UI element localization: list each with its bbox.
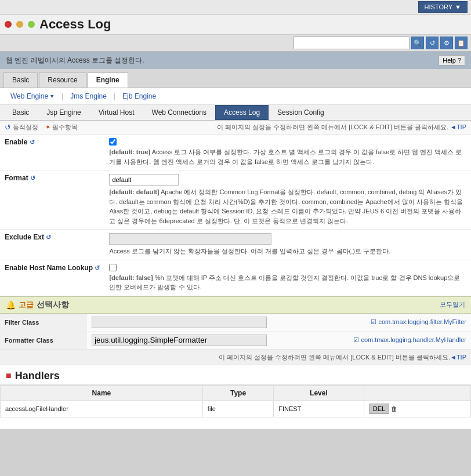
col-level: Level <box>274 386 364 400</box>
label-hostnalookup: Enable Host Name Lookup ↺ <box>0 260 104 296</box>
engine-tab-ejb[interactable]: Ejb Engine <box>117 90 162 102</box>
subtab-basic[interactable]: Basic <box>3 105 38 120</box>
circle-orange-icon <box>16 21 23 28</box>
adv-link-formatterclass: ☑ com.tmax.logging.handler.MyHandler <box>271 331 471 349</box>
desc-bar: 웹 엔진 레벨에서의 Access 로그를 설정한다. Help ? <box>0 52 471 69</box>
refresh-button[interactable]: ↺ <box>426 37 439 49</box>
engine-tab-ejb-label: Ejb Engine <box>122 92 156 100</box>
top-bar: HISTORY ▼ <box>0 0 471 14</box>
subtab-accesslog[interactable]: Access Log <box>215 105 269 120</box>
value-enable: [default: true] Access 로그 사용 여부를 설정한다. 가… <box>104 135 471 170</box>
adv-icon: 🔔 <box>6 300 16 310</box>
subtab-jsp[interactable]: Jsp Engine <box>38 105 89 120</box>
history-label: HISTORY <box>425 3 453 10</box>
content-area: Enable ↺ [default: true] Access 로그 사용 여부… <box>0 135 471 350</box>
label-format: Format ↺ <box>0 170 104 230</box>
handlers-table-header: Name Type Level <box>1 386 471 400</box>
main-tabs: Basic Resource Engine <box>0 69 471 88</box>
handlers-table: Name Type Level accessLogFileHandler fil… <box>0 386 471 417</box>
value-format: [default: default] Apache 에서 정의한 Common … <box>104 170 471 230</box>
col-name: Name <box>1 386 203 400</box>
adv-input-filterclass <box>87 314 271 332</box>
excludeext-input[interactable] <box>109 233 271 245</box>
adv-label-filterclass: Filter Class <box>0 314 87 332</box>
subtab-webconnections[interactable]: Web Connections <box>143 105 216 120</box>
handlers-header: ■ Handlers <box>0 365 471 386</box>
hostname-checkbox[interactable] <box>109 264 117 271</box>
web-engine-arrow-icon: ▼ <box>49 93 55 99</box>
required-label: ✦ 필수항목 <box>45 123 78 132</box>
label-excludeext: Exclude Ext ↺ <box>0 230 104 260</box>
cell-del: DEL 🗑 <box>364 400 470 417</box>
cell-type: file <box>202 400 273 417</box>
format-refresh-icon[interactable]: ↺ <box>30 175 35 181</box>
tab-engine[interactable]: Engine <box>88 72 128 88</box>
form-row-excludeext: Exclude Ext ↺ Access 로그를 남기지 않는 확장자들을 설정… <box>0 230 471 260</box>
search-button[interactable]: 🔍 <box>411 37 424 49</box>
settings-bar: ↺ 동적설정 ✦ 필수항목 이 페이지의 설정을 수정하려면 왼쪽 메뉴에서 [… <box>0 121 471 135</box>
bottom-settings-bar: 이 페이지의 설정을 수정하려면 왼쪽 메뉴에서 [LOCK & EDIT] 버… <box>0 350 471 365</box>
settings-right: 이 페이지의 설정을 수정하려면 왼쪽 메뉴에서 [LOCK & EDIT] 버… <box>217 123 466 132</box>
engine-tabs: Web Engine ▼ | Jms Engine | Ejb Engine <box>0 88 471 105</box>
del-button[interactable]: DEL <box>369 404 389 414</box>
formatterclass-link[interactable]: ☑ com.tmax.logging.handler.MyHandler <box>353 336 466 343</box>
app-title: Access Log <box>39 17 111 32</box>
format-input[interactable] <box>109 174 179 186</box>
form-table: Enable ↺ [default: true] Access 로그 사용 여부… <box>0 135 471 296</box>
history-button[interactable]: HISTORY ▼ <box>418 1 468 13</box>
expand-all-link[interactable]: 모두열기 <box>440 300 465 309</box>
engine-tab-jms[interactable]: Jms Engine <box>64 90 113 102</box>
subtab-sessionconfig[interactable]: Session Config <box>269 105 333 120</box>
cell-name: accessLogFileHandler <box>1 400 203 417</box>
form-row-enable: Enable ↺ [default: true] Access 로그 사용 여부… <box>0 135 471 170</box>
search-input[interactable] <box>294 37 410 49</box>
table-row: accessLogFileHandler file FINEST DEL 🗑 <box>1 400 471 417</box>
engine-tab-web-label: Web Engine <box>10 92 48 100</box>
subtab-virtualhost[interactable]: Virtual Host <box>90 105 143 120</box>
sub-tabs: Basic Jsp Engine Virtual Host Web Connec… <box>0 105 471 121</box>
formatterclass-input[interactable] <box>92 335 267 346</box>
handlers-section: ■ Handlers Name Type Level accessLogFile… <box>0 365 471 429</box>
excludeext-refresh-icon[interactable]: ↺ <box>46 234 51 241</box>
handlers-icon: ■ <box>6 370 12 381</box>
col-action <box>364 386 470 400</box>
tip-link: ◄TIP <box>450 123 466 130</box>
circle-green-icon <box>28 21 35 28</box>
enable-refresh-icon[interactable]: ↺ <box>30 139 35 146</box>
del-icon: 🗑 <box>391 405 397 412</box>
export-button[interactable]: 📋 <box>455 37 468 49</box>
config-button[interactable]: ⚙ <box>440 37 453 49</box>
search-toolbar: 🔍 ↺ ⚙ 📋 <box>0 35 471 52</box>
refresh-icon: ↺ <box>5 123 11 132</box>
history-arrow-icon: ▼ <box>455 3 461 10</box>
tab-basic[interactable]: Basic <box>3 72 38 88</box>
help-button[interactable]: Help ? <box>439 55 465 66</box>
asterisk-icon: ✦ <box>45 123 50 131</box>
bottom-tip-link: ◄TIP <box>450 354 466 361</box>
dynamic-setting: ↺ 동적설정 <box>5 123 38 132</box>
filterclass-link[interactable]: ☑ com.tmax.logging.filter.MyFilter <box>371 318 466 325</box>
desc-text: 웹 엔진 레벨에서의 Access 로그를 설정한다. <box>6 56 144 66</box>
adv-row-formatterclass: Formatter Class ☑ com.tmax.logging.handl… <box>0 331 471 349</box>
handlers-title: Handlers <box>15 370 60 382</box>
form-row-hostnalookup: Enable Host Name Lookup ↺ [default: fals… <box>0 260 471 296</box>
hostname-refresh-icon[interactable]: ↺ <box>95 264 100 271</box>
circle-red-icon <box>5 21 12 28</box>
filterclass-input[interactable] <box>92 317 267 328</box>
tab-resource[interactable]: Resource <box>39 72 86 88</box>
value-hostnalookup: [default: false] %h 포맷에 대해 IP 주소 대신 호스트 … <box>104 260 471 296</box>
col-type: Type <box>202 386 273 400</box>
advanced-header: 🔔 고급 선택사항 모두열기 <box>0 296 471 314</box>
adv-table: Filter Class ☑ com.tmax.logging.filter.M… <box>0 314 471 350</box>
engine-tab-jms-label: Jms Engine <box>70 92 107 100</box>
adv-label-formatterclass: Formatter Class <box>0 331 87 349</box>
adv-input-formatterclass <box>87 331 271 349</box>
settings-left: ↺ 동적설정 ✦ 필수항목 <box>5 123 78 132</box>
enable-checkbox[interactable] <box>109 138 117 146</box>
adv-row-filterclass: Filter Class ☑ com.tmax.logging.filter.M… <box>0 314 471 332</box>
cell-level: FINEST <box>274 400 364 417</box>
form-row-format: Format ↺ [default: default] Apache 에서 정의… <box>0 170 471 230</box>
engine-tab-web[interactable]: Web Engine ▼ <box>5 90 60 102</box>
label-enable: Enable ↺ <box>0 135 104 170</box>
app-header: Access Log <box>0 14 471 35</box>
